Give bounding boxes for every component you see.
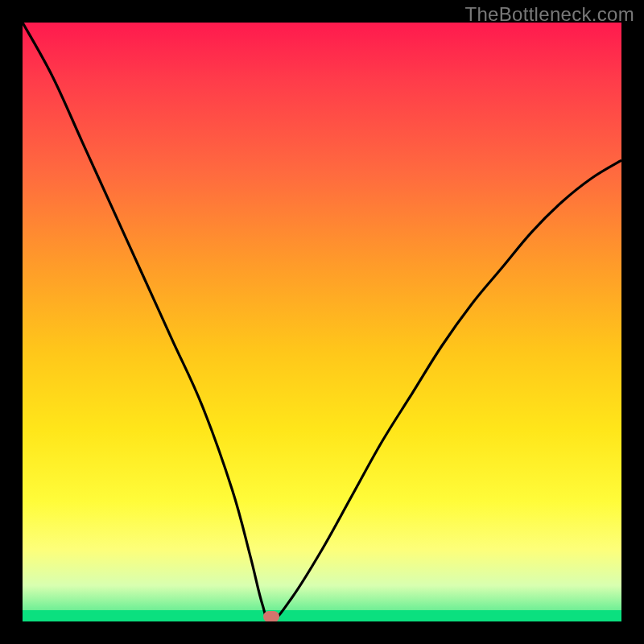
bottleneck-curve — [23, 23, 621, 621]
chart-frame: TheBottleneck.com — [0, 0, 644, 644]
watermark-text: TheBottleneck.com — [464, 3, 634, 26]
plot-area — [23, 23, 621, 621]
optimum-marker — [263, 611, 279, 621]
curve-svg — [23, 23, 621, 621]
